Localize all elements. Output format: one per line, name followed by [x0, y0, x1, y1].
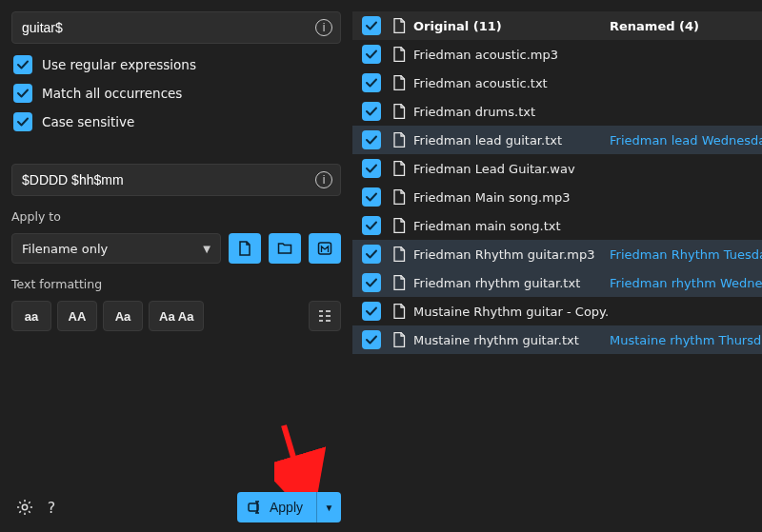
- file-icon: [392, 275, 406, 290]
- renamed-name: Friedman rhythm Wednesda: [610, 276, 762, 290]
- select-all-checkbox[interactable]: [362, 16, 381, 35]
- row-checkbox[interactable]: [362, 73, 381, 92]
- file-icon: [392, 104, 406, 119]
- include-folders-button[interactable]: [269, 233, 301, 264]
- format-titlecase-each-button[interactable]: Aa Aa: [149, 301, 204, 331]
- file-row[interactable]: Friedman acoustic.txt: [352, 69, 762, 97]
- search-input[interactable]: [22, 20, 315, 35]
- file-icon: [392, 75, 406, 90]
- format-lowercase-button[interactable]: aa: [11, 301, 51, 331]
- apply-button-label: Apply: [270, 500, 303, 515]
- apply-dropdown-button[interactable]: ▼: [316, 492, 341, 522]
- header-renamed-label: Renamed (4): [610, 19, 699, 33]
- row-checkbox[interactable]: [362, 245, 381, 264]
- option-label: Case sensitive: [42, 114, 134, 129]
- row-checkbox[interactable]: [362, 102, 381, 121]
- file-name: Friedman Lead Guitar.wav: [413, 162, 575, 176]
- rename-icon: [247, 500, 262, 515]
- checkbox-checked-icon: [13, 55, 32, 74]
- file-list-body: Friedman acoustic.mp3Friedman acoustic.t…: [352, 40, 762, 354]
- file-row[interactable]: Friedman drums.txt: [352, 97, 762, 126]
- replace-input[interactable]: [22, 172, 315, 187]
- renamed-name: Friedman Rhythm Tuesday 1: [610, 247, 762, 262]
- apply-to-label: Apply to: [11, 209, 341, 224]
- option-case-sensitive[interactable]: Case sensitive: [13, 112, 339, 131]
- chevron-down-icon: ▼: [325, 502, 334, 513]
- row-checkbox[interactable]: [362, 273, 381, 292]
- option-match-all[interactable]: Match all occurrences: [13, 84, 339, 103]
- file-row[interactable]: Friedman Rhythm guitar.mp3Friedman Rhyth…: [352, 240, 762, 268]
- replace-field[interactable]: i: [11, 164, 341, 196]
- file-name: Friedman Rhythm guitar.mp3: [413, 247, 594, 262]
- file-row[interactable]: Friedman main song.txt: [352, 211, 762, 240]
- format-titlecase-first-button[interactable]: Aa: [103, 301, 143, 331]
- file-row[interactable]: Friedman Main song.mp3: [352, 183, 762, 211]
- row-checkbox[interactable]: [362, 302, 381, 321]
- file-row[interactable]: Friedman rhythm guitar.txtFriedman rhyth…: [352, 268, 762, 297]
- apply-button[interactable]: Apply: [237, 492, 316, 522]
- option-regex[interactable]: Use regular expressions: [13, 55, 339, 74]
- row-checkbox[interactable]: [362, 130, 381, 149]
- file-name: Friedman rhythm guitar.txt: [413, 276, 580, 290]
- file-row[interactable]: Friedman acoustic.mp3: [352, 40, 762, 69]
- file-row[interactable]: Friedman lead guitar.txtFriedman lead We…: [352, 126, 762, 154]
- file-name: Friedman Main song.mp3: [413, 190, 570, 205]
- info-icon[interactable]: i: [315, 171, 332, 188]
- header-original-label: Original (11): [413, 19, 502, 33]
- row-checkbox[interactable]: [362, 187, 381, 207]
- file-row[interactable]: Mustaine Rhythm guitar - Copy.mp3: [352, 297, 762, 325]
- format-uppercase-button[interactable]: AA: [57, 301, 97, 331]
- svg-line-3: [284, 425, 303, 489]
- file-list-panel: Original (11) Renamed (4) Friedman acous…: [352, 0, 762, 532]
- file-icon: [392, 304, 406, 319]
- file-icon: [392, 47, 406, 62]
- settings-panel: i Use regular expressions Match all occu…: [0, 0, 352, 532]
- select-value: Filename only: [22, 242, 108, 256]
- file-row[interactable]: Friedman Lead Guitar.wav: [352, 154, 762, 183]
- text-formatting-label: Text formatting: [11, 277, 341, 291]
- file-name: Friedman main song.txt: [413, 219, 561, 233]
- file-name: Friedman acoustic.mp3: [413, 48, 558, 62]
- renamed-name: Friedman lead Wednesday 1: [610, 133, 762, 148]
- file-name: Friedman lead guitar.txt: [413, 133, 562, 148]
- include-files-button[interactable]: [229, 233, 261, 264]
- file-icon: [392, 332, 406, 347]
- file-name: Mustaine Rhythm guitar - Copy.mp3: [413, 305, 610, 319]
- file-name: Mustaine rhythm guitar.txt: [413, 333, 579, 347]
- info-icon[interactable]: i: [315, 19, 332, 36]
- option-label: Use regular expressions: [42, 57, 196, 72]
- option-label: Match all occurrences: [42, 86, 182, 101]
- row-checkbox[interactable]: [362, 159, 381, 178]
- file-row[interactable]: Mustaine rhythm guitar.txtMustaine rhyth…: [352, 325, 762, 354]
- file-name: Friedman acoustic.txt: [413, 76, 548, 90]
- row-checkbox[interactable]: [362, 216, 381, 235]
- file-list-header: Original (11) Renamed (4): [352, 11, 762, 40]
- help-button[interactable]: ?: [38, 494, 65, 521]
- file-name: Friedman drums.txt: [413, 105, 535, 119]
- renamed-name: Mustaine rhythm Thursday: [610, 333, 762, 347]
- settings-button[interactable]: [11, 494, 38, 521]
- enumerate-button[interactable]: [309, 301, 341, 331]
- file-icon: [392, 161, 406, 176]
- checkbox-checked-icon: [13, 112, 32, 131]
- file-icon: [392, 189, 406, 205]
- apply-to-select[interactable]: Filename only ▼: [11, 233, 221, 264]
- file-icon: [392, 18, 406, 33]
- row-checkbox[interactable]: [362, 330, 381, 349]
- search-field[interactable]: i: [11, 11, 341, 44]
- file-icon: [392, 246, 406, 262]
- include-subfolders-button[interactable]: [309, 233, 341, 264]
- file-icon: [392, 132, 406, 148]
- search-options: Use regular expressions Match all occurr…: [11, 53, 341, 137]
- file-icon: [392, 218, 406, 233]
- chevron-down-icon: ▼: [203, 244, 211, 254]
- checkbox-checked-icon: [13, 84, 32, 103]
- row-checkbox[interactable]: [362, 45, 381, 64]
